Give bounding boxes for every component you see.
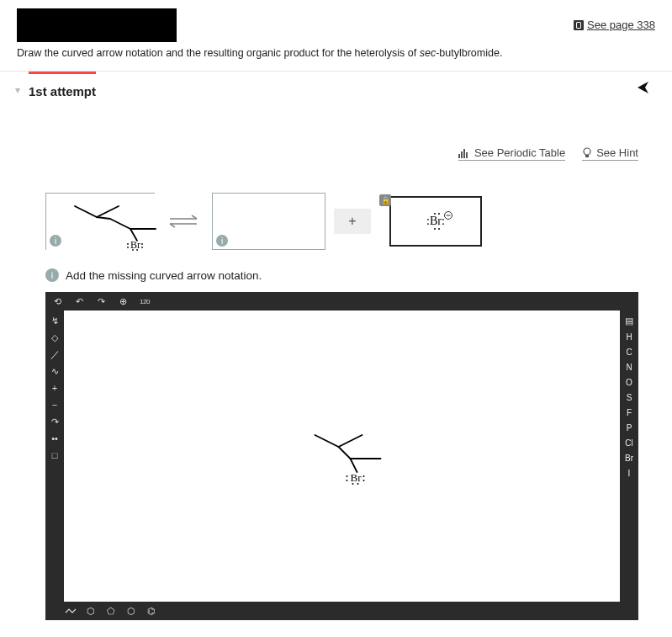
svg-point-57: [136, 249, 138, 251]
editor-element-toolbar: ▤ H C N O S F P Cl Br I: [620, 311, 638, 602]
canvas-br-label: Br: [351, 471, 362, 484]
plus-label: +: [348, 214, 356, 229]
svg-rect-0: [458, 154, 460, 158]
info-icon[interactable]: i: [216, 235, 228, 247]
page-reference[interactable]: See page 338: [574, 19, 655, 31]
element-C[interactable]: C: [622, 346, 637, 358]
svg-point-79: [352, 483, 354, 485]
editor-left-toolbar: ↯ ◇ ／ ∿ + − ↷ •• □: [45, 311, 64, 602]
svg-point-77: [363, 475, 365, 477]
reactant-box[interactable]: Br: [45, 193, 155, 250]
svg-rect-71: [65, 311, 620, 602]
hint-label: See Hint: [596, 146, 638, 159]
svg-point-52: [127, 243, 129, 245]
marquee-tool[interactable]: □: [48, 449, 61, 462]
svg-text:Br: Br: [130, 239, 140, 251]
ring-benzene-tool[interactable]: ⌬: [145, 604, 158, 618]
info-icon: i: [45, 268, 59, 282]
svg-point-55: [141, 247, 143, 248]
plus-separator: +: [334, 209, 371, 234]
element-O[interactable]: O: [622, 376, 637, 388]
svg-text::Br:: :Br:: [426, 215, 445, 227]
element-panel-icon[interactable]: ▤: [622, 314, 636, 327]
svg-point-63: [434, 228, 436, 230]
angle-120-button[interactable]: 120: [138, 295, 151, 308]
element-H[interactable]: H: [622, 331, 637, 342]
ring-cyclohexane-tool[interactable]: ⬡: [84, 604, 98, 618]
locked-product-wrap: 🔒 :Br:: [379, 196, 482, 247]
svg-point-4: [584, 148, 590, 155]
select-tool[interactable]: ↯: [48, 314, 61, 327]
element-N[interactable]: N: [622, 361, 637, 373]
svg-point-61: [434, 213, 436, 215]
editor-bottom-toolbar: ⬡ ⬠ ⬡ ⌬: [45, 602, 638, 620]
periodic-table-link[interactable]: See Periodic Table: [458, 146, 565, 161]
redo-button[interactable]: ↷: [94, 295, 108, 308]
wavy-bond-tool[interactable]: ∿: [48, 364, 61, 378]
element-I[interactable]: I: [622, 467, 637, 479]
svg-point-56: [132, 249, 134, 251]
attempt-bar: ▾ 1st attempt: [0, 72, 672, 104]
editor-top-toolbar: ⟲ ↶ ↷ ⊕ 120: [45, 292, 638, 311]
submit-icon[interactable]: [637, 80, 652, 99]
svg-point-80: [357, 483, 359, 485]
prompt-text-post: -butylbromide.: [436, 47, 502, 59]
svg-line-48: [110, 219, 130, 229]
canvas-structure[interactable]: Br: [64, 311, 620, 602]
lone-pair-tool[interactable]: ••: [48, 432, 61, 445]
svg-point-54: [141, 243, 143, 245]
svg-point-62: [438, 213, 440, 215]
equilibrium-arrow: [163, 209, 204, 234]
svg-rect-3: [466, 152, 468, 158]
svg-point-78: [363, 480, 365, 481]
svg-rect-2: [463, 149, 465, 158]
svg-point-76: [347, 480, 348, 481]
charge-minus-tool[interactable]: −: [48, 398, 61, 411]
hint-link[interactable]: See Hint: [582, 146, 638, 161]
ring-chair-tool[interactable]: [64, 604, 77, 618]
redacted-block: [17, 8, 177, 42]
lock-icon: 🔒: [379, 194, 391, 206]
element-F[interactable]: F: [622, 406, 637, 418]
element-Cl[interactable]: Cl: [622, 437, 637, 449]
product-box[interactable]: i: [212, 193, 325, 250]
prompt-italic: sec: [420, 47, 436, 59]
instruction-row: i Add the missing curved arrow notation.: [0, 257, 672, 289]
svg-point-53: [127, 247, 129, 248]
attempt-title: 1st attempt: [29, 72, 96, 98]
element-P[interactable]: P: [622, 422, 637, 433]
structure-editor[interactable]: ⟲ ↶ ↷ ⊕ 120 ↯ ◇ ／ ∿ + − ↷ •• □ ▤ H C N O…: [45, 292, 638, 620]
element-S[interactable]: S: [622, 391, 637, 403]
chevron-down-icon[interactable]: ▾: [15, 84, 20, 96]
charge-plus-tool[interactable]: +: [48, 381, 61, 395]
zoom-button[interactable]: ⊕: [116, 295, 130, 308]
periodic-label: See Periodic Table: [474, 146, 565, 159]
question-header: See page 338 Draw the curved arrow notat…: [0, 0, 672, 72]
periodic-table-icon: [458, 148, 470, 158]
ring-cyclopentane-tool[interactable]: ⬠: [104, 604, 118, 618]
question-prompt: Draw the curved arrow notation and the r…: [17, 47, 502, 59]
svg-rect-5: [585, 155, 589, 157]
locked-product-box: :Br:: [389, 196, 482, 247]
refresh-button[interactable]: ⟲: [50, 295, 64, 308]
book-icon: [574, 20, 584, 30]
svg-point-75: [347, 475, 348, 477]
bromide-ion: :Br:: [406, 209, 465, 234]
info-icon[interactable]: i: [50, 235, 61, 247]
instruction-text: Add the missing curved arrow notation.: [66, 269, 262, 282]
svg-line-49: [97, 217, 110, 219]
page-ref-link[interactable]: See page 338: [587, 19, 655, 31]
svg-rect-1: [461, 151, 463, 158]
reaction-row: Br: [0, 167, 672, 257]
editor-canvas[interactable]: Br: [64, 311, 620, 602]
element-Br[interactable]: Br: [622, 452, 637, 464]
hint-bulb-icon: [582, 147, 592, 159]
svg-point-64: [438, 228, 440, 230]
prompt-text-pre: Draw the curved arrow notation and the r…: [17, 47, 420, 59]
curved-arrow-tool[interactable]: ↷: [48, 415, 61, 428]
undo-button[interactable]: ↶: [72, 295, 86, 308]
bond-tool[interactable]: ／: [48, 348, 61, 361]
erase-tool[interactable]: ◇: [48, 331, 61, 344]
helper-links: See Periodic Table See Hint: [0, 104, 672, 167]
ring-hexagon-tool[interactable]: ⬡: [124, 604, 138, 618]
